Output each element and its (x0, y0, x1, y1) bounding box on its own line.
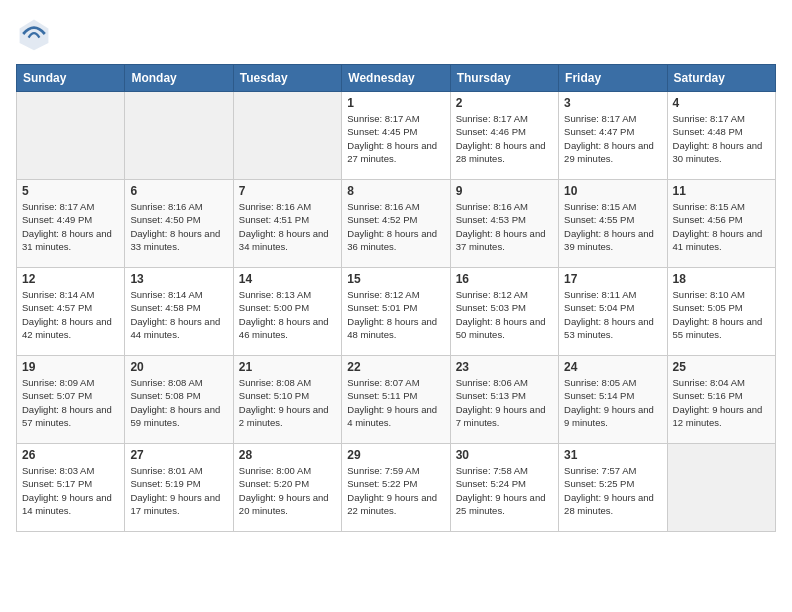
calendar-cell: 11Sunrise: 8:15 AM Sunset: 4:56 PM Dayli… (667, 180, 775, 268)
day-info: Sunrise: 8:08 AM Sunset: 5:10 PM Dayligh… (239, 376, 336, 429)
day-number: 24 (564, 360, 661, 374)
calendar-cell: 10Sunrise: 8:15 AM Sunset: 4:55 PM Dayli… (559, 180, 667, 268)
day-number: 18 (673, 272, 770, 286)
calendar-cell: 19Sunrise: 8:09 AM Sunset: 5:07 PM Dayli… (17, 356, 125, 444)
day-info: Sunrise: 7:59 AM Sunset: 5:22 PM Dayligh… (347, 464, 444, 517)
day-header-tuesday: Tuesday (233, 65, 341, 92)
day-number: 27 (130, 448, 227, 462)
calendar-table: SundayMondayTuesdayWednesdayThursdayFrid… (16, 64, 776, 532)
calendar-cell: 2Sunrise: 8:17 AM Sunset: 4:46 PM Daylig… (450, 92, 558, 180)
day-number: 17 (564, 272, 661, 286)
calendar-cell: 4Sunrise: 8:17 AM Sunset: 4:48 PM Daylig… (667, 92, 775, 180)
day-number: 31 (564, 448, 661, 462)
calendar-cell: 25Sunrise: 8:04 AM Sunset: 5:16 PM Dayli… (667, 356, 775, 444)
day-header-thursday: Thursday (450, 65, 558, 92)
day-info: Sunrise: 8:16 AM Sunset: 4:51 PM Dayligh… (239, 200, 336, 253)
day-number: 30 (456, 448, 553, 462)
calendar-week-row: 1Sunrise: 8:17 AM Sunset: 4:45 PM Daylig… (17, 92, 776, 180)
calendar-cell: 3Sunrise: 8:17 AM Sunset: 4:47 PM Daylig… (559, 92, 667, 180)
calendar-week-row: 12Sunrise: 8:14 AM Sunset: 4:57 PM Dayli… (17, 268, 776, 356)
calendar-cell: 28Sunrise: 8:00 AM Sunset: 5:20 PM Dayli… (233, 444, 341, 532)
day-info: Sunrise: 8:15 AM Sunset: 4:56 PM Dayligh… (673, 200, 770, 253)
day-number: 11 (673, 184, 770, 198)
day-info: Sunrise: 8:15 AM Sunset: 4:55 PM Dayligh… (564, 200, 661, 253)
logo (16, 16, 56, 52)
calendar-cell (233, 92, 341, 180)
day-header-wednesday: Wednesday (342, 65, 450, 92)
day-number: 3 (564, 96, 661, 110)
day-number: 28 (239, 448, 336, 462)
calendar-cell: 21Sunrise: 8:08 AM Sunset: 5:10 PM Dayli… (233, 356, 341, 444)
day-info: Sunrise: 8:14 AM Sunset: 4:58 PM Dayligh… (130, 288, 227, 341)
calendar-week-row: 19Sunrise: 8:09 AM Sunset: 5:07 PM Dayli… (17, 356, 776, 444)
day-info: Sunrise: 8:12 AM Sunset: 5:01 PM Dayligh… (347, 288, 444, 341)
day-number: 22 (347, 360, 444, 374)
calendar-cell: 20Sunrise: 8:08 AM Sunset: 5:08 PM Dayli… (125, 356, 233, 444)
day-info: Sunrise: 8:09 AM Sunset: 5:07 PM Dayligh… (22, 376, 119, 429)
calendar-header-row: SundayMondayTuesdayWednesdayThursdayFrid… (17, 65, 776, 92)
day-info: Sunrise: 8:17 AM Sunset: 4:47 PM Dayligh… (564, 112, 661, 165)
calendar-cell: 29Sunrise: 7:59 AM Sunset: 5:22 PM Dayli… (342, 444, 450, 532)
day-info: Sunrise: 8:17 AM Sunset: 4:46 PM Dayligh… (456, 112, 553, 165)
calendar-cell (17, 92, 125, 180)
calendar-cell: 22Sunrise: 8:07 AM Sunset: 5:11 PM Dayli… (342, 356, 450, 444)
day-number: 5 (22, 184, 119, 198)
day-header-monday: Monday (125, 65, 233, 92)
calendar-cell: 1Sunrise: 8:17 AM Sunset: 4:45 PM Daylig… (342, 92, 450, 180)
day-info: Sunrise: 8:17 AM Sunset: 4:48 PM Dayligh… (673, 112, 770, 165)
day-number: 6 (130, 184, 227, 198)
day-number: 25 (673, 360, 770, 374)
calendar-cell: 12Sunrise: 8:14 AM Sunset: 4:57 PM Dayli… (17, 268, 125, 356)
day-info: Sunrise: 8:12 AM Sunset: 5:03 PM Dayligh… (456, 288, 553, 341)
calendar-cell: 26Sunrise: 8:03 AM Sunset: 5:17 PM Dayli… (17, 444, 125, 532)
day-info: Sunrise: 8:16 AM Sunset: 4:50 PM Dayligh… (130, 200, 227, 253)
day-number: 19 (22, 360, 119, 374)
day-number: 14 (239, 272, 336, 286)
calendar-cell: 16Sunrise: 8:12 AM Sunset: 5:03 PM Dayli… (450, 268, 558, 356)
day-header-sunday: Sunday (17, 65, 125, 92)
calendar-cell (125, 92, 233, 180)
calendar-cell: 7Sunrise: 8:16 AM Sunset: 4:51 PM Daylig… (233, 180, 341, 268)
day-header-saturday: Saturday (667, 65, 775, 92)
day-number: 10 (564, 184, 661, 198)
logo-icon (16, 16, 52, 52)
calendar-cell: 15Sunrise: 8:12 AM Sunset: 5:01 PM Dayli… (342, 268, 450, 356)
page-header (16, 16, 776, 52)
day-number: 15 (347, 272, 444, 286)
day-number: 21 (239, 360, 336, 374)
day-info: Sunrise: 8:04 AM Sunset: 5:16 PM Dayligh… (673, 376, 770, 429)
calendar-cell: 30Sunrise: 7:58 AM Sunset: 5:24 PM Dayli… (450, 444, 558, 532)
calendar-week-row: 26Sunrise: 8:03 AM Sunset: 5:17 PM Dayli… (17, 444, 776, 532)
day-number: 13 (130, 272, 227, 286)
day-info: Sunrise: 8:11 AM Sunset: 5:04 PM Dayligh… (564, 288, 661, 341)
day-info: Sunrise: 8:05 AM Sunset: 5:14 PM Dayligh… (564, 376, 661, 429)
day-number: 16 (456, 272, 553, 286)
day-number: 7 (239, 184, 336, 198)
day-info: Sunrise: 7:57 AM Sunset: 5:25 PM Dayligh… (564, 464, 661, 517)
day-info: Sunrise: 8:03 AM Sunset: 5:17 PM Dayligh… (22, 464, 119, 517)
day-info: Sunrise: 8:01 AM Sunset: 5:19 PM Dayligh… (130, 464, 227, 517)
calendar-cell: 8Sunrise: 8:16 AM Sunset: 4:52 PM Daylig… (342, 180, 450, 268)
calendar-cell: 6Sunrise: 8:16 AM Sunset: 4:50 PM Daylig… (125, 180, 233, 268)
day-info: Sunrise: 8:17 AM Sunset: 4:45 PM Dayligh… (347, 112, 444, 165)
day-info: Sunrise: 8:00 AM Sunset: 5:20 PM Dayligh… (239, 464, 336, 517)
day-info: Sunrise: 7:58 AM Sunset: 5:24 PM Dayligh… (456, 464, 553, 517)
day-number: 23 (456, 360, 553, 374)
day-number: 8 (347, 184, 444, 198)
calendar-cell (667, 444, 775, 532)
day-number: 2 (456, 96, 553, 110)
day-info: Sunrise: 8:06 AM Sunset: 5:13 PM Dayligh… (456, 376, 553, 429)
day-info: Sunrise: 8:14 AM Sunset: 4:57 PM Dayligh… (22, 288, 119, 341)
calendar-cell: 27Sunrise: 8:01 AM Sunset: 5:19 PM Dayli… (125, 444, 233, 532)
day-number: 20 (130, 360, 227, 374)
day-number: 1 (347, 96, 444, 110)
calendar-cell: 13Sunrise: 8:14 AM Sunset: 4:58 PM Dayli… (125, 268, 233, 356)
day-number: 9 (456, 184, 553, 198)
calendar-cell: 24Sunrise: 8:05 AM Sunset: 5:14 PM Dayli… (559, 356, 667, 444)
calendar-cell: 23Sunrise: 8:06 AM Sunset: 5:13 PM Dayli… (450, 356, 558, 444)
day-info: Sunrise: 8:10 AM Sunset: 5:05 PM Dayligh… (673, 288, 770, 341)
calendar-cell: 17Sunrise: 8:11 AM Sunset: 5:04 PM Dayli… (559, 268, 667, 356)
day-info: Sunrise: 8:16 AM Sunset: 4:53 PM Dayligh… (456, 200, 553, 253)
day-info: Sunrise: 8:08 AM Sunset: 5:08 PM Dayligh… (130, 376, 227, 429)
day-info: Sunrise: 8:16 AM Sunset: 4:52 PM Dayligh… (347, 200, 444, 253)
